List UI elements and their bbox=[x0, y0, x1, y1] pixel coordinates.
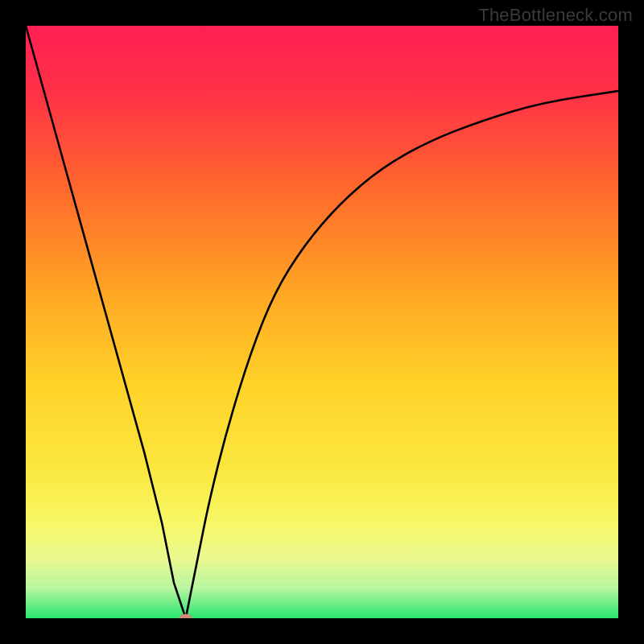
watermark-text: TheBottleneck.com bbox=[478, 5, 633, 26]
chart-svg bbox=[26, 26, 618, 618]
chart-frame: TheBottleneck.com bbox=[0, 0, 644, 644]
gradient-background bbox=[26, 26, 618, 618]
plot-area bbox=[26, 26, 618, 618]
